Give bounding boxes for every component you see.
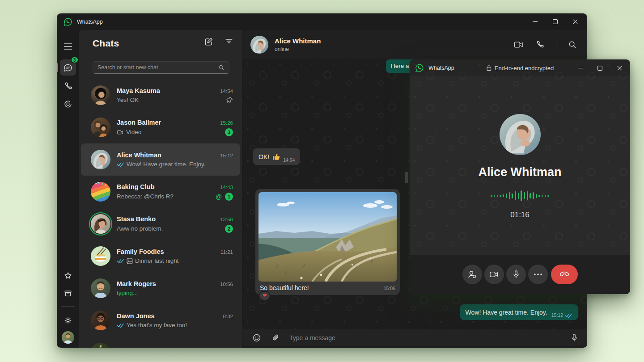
end-call-button[interactable] xyxy=(551,265,578,284)
sidebar-item-starred[interactable] xyxy=(64,271,72,280)
add-person-button[interactable] xyxy=(462,265,482,284)
chats-unread-badge: 3 xyxy=(71,56,79,63)
photo-mountain-landscape[interactable] xyxy=(258,192,397,282)
conversation-header[interactable]: Alice Whitman online xyxy=(242,30,587,59)
active-tab-indicator xyxy=(57,63,58,72)
chat-list: Maya Kasuma14:54Yes! OKJason Ballmer15:2… xyxy=(79,79,242,348)
call-contact-name: Alice Whitman xyxy=(410,165,630,179)
message-outgoing-wow[interactable]: Wow! Have great time. Enjoy. 15:12 xyxy=(460,304,578,320)
chat-preview: Dinner last night xyxy=(135,257,179,264)
pinned-icon xyxy=(226,97,233,103)
mic-toggle-button[interactable] xyxy=(506,265,526,284)
chat-time: 15:26 xyxy=(220,120,233,126)
chat-time: 15:12 xyxy=(220,153,233,158)
mic-icon[interactable] xyxy=(570,333,578,342)
chat-preview: Rebecca: @Chris R? xyxy=(117,193,174,200)
contact-avatar xyxy=(250,36,268,54)
chat-avatar xyxy=(91,150,110,169)
whatsapp-logo-icon xyxy=(415,63,424,72)
video-message-icon xyxy=(117,130,124,135)
encryption-label: End-to-end endcrypted xyxy=(486,65,554,72)
chat-name: Jason Ballmer xyxy=(117,119,161,126)
more-options-button[interactable] xyxy=(528,265,548,284)
desktop: WhatsApp 3 xyxy=(0,0,644,362)
chat-list-item[interactable]: Maya Kasuma14:54Yes! OK xyxy=(79,79,242,111)
heart-reaction-badge[interactable]: ❤ xyxy=(258,291,271,301)
chat-name: Stasa Benko xyxy=(117,215,156,223)
search-input[interactable] xyxy=(97,64,218,71)
chat-avatar xyxy=(91,85,110,105)
voice-waveform xyxy=(410,190,630,202)
chat-name: Maya Kasuma xyxy=(117,87,160,94)
call-contact-avatar xyxy=(500,114,541,155)
profile-avatar[interactable] xyxy=(62,331,74,344)
sidebar-item-status[interactable] xyxy=(64,100,72,109)
chat-avatar xyxy=(91,311,110,330)
close-button[interactable] xyxy=(565,13,585,30)
window-title: WhatsApp xyxy=(77,19,103,25)
chat-time: 13:56 xyxy=(220,217,233,222)
chats-panel: Chats Maya Kasuma14:54Yes! OKJason Ballm… xyxy=(79,30,242,348)
call-minimize-button[interactable] xyxy=(570,59,590,76)
minimize-button[interactable] xyxy=(525,13,545,30)
main-titlebar[interactable]: WhatsApp xyxy=(57,13,587,30)
unread-badge: 1 xyxy=(225,193,233,201)
call-maximize-button[interactable] xyxy=(590,59,610,76)
unread-badge: 2 xyxy=(225,225,233,233)
read-ticks-icon xyxy=(117,258,124,263)
voice-call-icon[interactable] xyxy=(535,40,544,49)
chat-preview: Aww no problem. xyxy=(117,225,163,232)
call-titlebar[interactable]: WhatsApp End-to-end endcrypted xyxy=(410,59,630,76)
read-ticks-icon xyxy=(117,162,124,167)
sidebar-item-archived[interactable] xyxy=(64,289,72,298)
filter-icon[interactable] xyxy=(225,37,233,46)
photo-caption: So beautiful here! xyxy=(260,284,309,291)
chat-preview: Wow! Have great time. Enjoy. xyxy=(127,161,206,168)
message-photo[interactable]: So beautiful here! 15:06 ❤ xyxy=(255,189,400,295)
contact-presence: online xyxy=(275,46,321,52)
mention-badge: @ xyxy=(216,193,222,200)
video-call-icon[interactable] xyxy=(514,41,524,49)
search-in-chat-icon[interactable] xyxy=(568,40,576,49)
new-chat-icon[interactable] xyxy=(204,37,213,46)
chat-time: 11:21 xyxy=(220,249,233,255)
video-toggle-button[interactable] xyxy=(484,265,504,284)
chat-list-item[interactable]: Dawn Jones8:32Yes that's my fave too! xyxy=(79,304,242,337)
emoji-icon[interactable] xyxy=(252,333,261,342)
contact-name: Alice Whitman xyxy=(275,37,321,45)
chat-list-item[interactable]: Ziggy Woodley8:12 xyxy=(79,337,242,348)
chat-name: Alice Whitman xyxy=(117,152,161,159)
call-controls-bar xyxy=(410,255,630,294)
rail-divider xyxy=(61,306,75,307)
sidebar-item-settings[interactable] xyxy=(64,316,72,325)
chat-scrollbar-thumb[interactable] xyxy=(405,172,408,183)
chat-list-item[interactable]: Stasa Benko13:56Aww no problem.2 xyxy=(79,208,242,240)
chat-time: 10:56 xyxy=(220,282,233,287)
chat-preview: Video xyxy=(126,129,141,135)
chat-name: Mark Rogers xyxy=(117,280,156,287)
chat-avatar xyxy=(91,118,110,137)
menu-icon[interactable] xyxy=(64,43,72,50)
chat-avatar xyxy=(91,182,110,202)
chats-icon xyxy=(64,63,73,72)
search-box[interactable] xyxy=(93,61,229,74)
chat-list-item[interactable]: Baking Club14:43Rebecca: @Chris R?@1 xyxy=(79,176,242,208)
call-close-button[interactable] xyxy=(610,59,629,76)
call-timer: 01:16 xyxy=(410,210,630,219)
maximize-button[interactable] xyxy=(545,13,565,30)
message-incoming-ok[interactable]: OK! 14:04 xyxy=(253,148,300,165)
chat-list-item[interactable]: Jason Ballmer15:26Video3 xyxy=(79,111,242,143)
chat-list-item[interactable]: Family Foodies11:21Dinner last night xyxy=(79,240,242,272)
chat-avatar xyxy=(91,246,110,266)
chat-preview: typing... xyxy=(117,290,138,296)
sidebar-item-calls[interactable] xyxy=(64,82,72,91)
whatsapp-logo-icon xyxy=(64,17,72,26)
chat-list-item[interactable]: Alice Whitman15:12Wow! Have great time. … xyxy=(81,143,240,176)
message-input[interactable] xyxy=(289,334,560,341)
attach-icon[interactable] xyxy=(271,333,280,342)
chat-list-item[interactable]: Mark Rogers10:56typing... xyxy=(79,272,242,304)
unread-badge: 3 xyxy=(225,128,233,136)
chat-time: 14:54 xyxy=(220,88,233,94)
nav-rail: 3 xyxy=(57,30,79,348)
thumbs-up-emoji xyxy=(272,152,280,161)
